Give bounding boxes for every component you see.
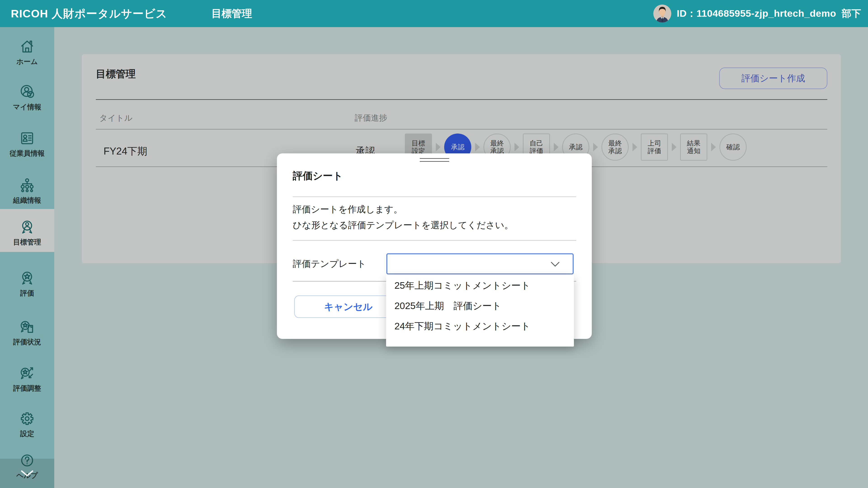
sidebar-item-label: 従業員情報	[10, 149, 45, 158]
step-label: 自己評価	[528, 139, 544, 155]
step-label: 最終承認	[607, 139, 623, 155]
user-avatar	[653, 4, 671, 23]
dialog-description: 評価シートを作成します。 ひな形となる評価テンプレートを選択してください。	[293, 201, 513, 233]
table-header-divider	[96, 129, 827, 129]
star-arrows-icon	[19, 365, 35, 381]
step-label: 最終承認	[489, 139, 505, 155]
sidebar-item-label: 評価状況	[13, 338, 41, 346]
sidebar-item-evaluation[interactable]: 評価	[0, 260, 54, 303]
sidebar-item-label: 設定	[20, 430, 34, 438]
drag-handle-bar	[420, 161, 449, 162]
step-arrow-icon	[475, 143, 480, 151]
dialog-title: 評価シート	[293, 169, 343, 183]
step-arrow-icon	[515, 143, 519, 151]
sidebar-item-label: 評価	[20, 289, 34, 297]
title-divider	[96, 99, 827, 100]
sidebar-item-label: マイ情報	[13, 103, 41, 111]
step-label: 確認	[725, 143, 741, 151]
org-tree-icon	[19, 177, 35, 193]
gear-icon	[19, 411, 35, 427]
sidebar-item-label: ホーム	[17, 58, 38, 66]
star-medal-icon	[19, 270, 35, 286]
user-id-text: ID：1104685955-zjp_hrtech_demo	[677, 7, 836, 20]
dropdown-option-2[interactable]: 2025年上期 評価シート	[386, 296, 574, 316]
card-title: 目標管理	[96, 67, 135, 80]
my-info-icon	[19, 84, 35, 100]
brand-logo: RICOH 人財ポータルサービス	[11, 0, 167, 27]
dropdown-option-3[interactable]: 24年下期コミットメントシート	[386, 316, 574, 336]
template-select-label: 評価テンプレート	[293, 258, 366, 270]
step-result-notice: 結果通知	[680, 133, 707, 161]
row-title-cell[interactable]: FY24下期	[103, 144, 147, 158]
column-header-progress: 評価進捗	[355, 112, 387, 124]
sidebar-scroll-hint[interactable]	[0, 459, 54, 488]
home-icon	[19, 39, 35, 55]
step-arrow-icon	[554, 143, 559, 151]
step-label: 結果通知	[686, 139, 702, 155]
step-label: 上司評価	[647, 139, 662, 155]
user-menu[interactable]: ID：1104685955-zjp_hrtech_demo 部下	[653, 0, 861, 27]
dialog-divider	[293, 240, 576, 240]
sidebar-item-employee-info[interactable]: 従業員情報	[0, 120, 54, 163]
column-header-title: タイトル	[99, 112, 132, 124]
goal-medal-icon	[19, 219, 35, 235]
chevron-down-icon	[21, 470, 34, 477]
app-header: RICOH 人財ポータルサービス 目標管理 ID：1104685955-zjp_…	[0, 0, 868, 27]
sidebar-item-my-info[interactable]: マイ情報	[0, 74, 54, 117]
sidebar-item-goal-management[interactable]: 目標管理	[0, 209, 54, 252]
sidebar-nav: ホーム マイ情報 従業員情報 組織情報 目標管理 評価 評価状況	[0, 27, 54, 488]
step-arrow-icon	[593, 143, 598, 151]
step-label: 承認	[568, 143, 584, 151]
create-sheet-button[interactable]: 評価シート作成	[719, 68, 827, 89]
dialog-description-line: ひな形となる評価テンプレートを選択してください。	[293, 217, 513, 233]
step-manager-evaluation: 上司評価	[641, 133, 668, 161]
sidebar-item-label: 組織情報	[13, 196, 41, 204]
step-final-approval-2: 最終承認	[601, 133, 629, 161]
step-label: 承認	[450, 143, 466, 151]
chevron-down-icon	[551, 262, 560, 267]
sidebar-item-label: 目標管理	[13, 238, 41, 246]
step-confirm: 確認	[719, 133, 747, 161]
dialog-description-line: 評価シートを作成します。	[293, 201, 513, 217]
step-arrow-icon	[711, 143, 716, 151]
employee-card-icon	[19, 130, 35, 146]
step-arrow-icon	[436, 143, 440, 151]
dropdown-option-1[interactable]: 25年上期コミットメントシート	[386, 275, 574, 296]
sidebar-item-evaluation-adjust[interactable]: 評価調整	[0, 355, 54, 398]
sidebar-item-org-info[interactable]: 組織情報	[0, 167, 54, 210]
dialog-divider	[293, 197, 576, 197]
dialog-drag-handle-icon[interactable]	[277, 158, 592, 162]
sidebar-item-settings[interactable]: 設定	[0, 400, 54, 444]
template-dropdown-menu: 25年上期コミットメントシート 2025年上期 評価シート 24年下期コミットメ…	[386, 275, 574, 347]
star-doc-icon	[19, 319, 35, 335]
sidebar-item-home[interactable]: ホーム	[0, 29, 54, 71]
header-page-title: 目標管理	[211, 0, 252, 27]
step-arrow-icon	[632, 143, 637, 151]
user-role-text: 部下	[842, 7, 861, 20]
sidebar-item-label: 評価調整	[13, 384, 41, 392]
drag-handle-bar	[420, 158, 449, 159]
template-select[interactable]	[386, 254, 574, 274]
sidebar-item-evaluation-status[interactable]: 評価状況	[0, 309, 54, 352]
step-label: 目標設定	[410, 139, 426, 155]
step-arrow-icon	[672, 143, 677, 151]
